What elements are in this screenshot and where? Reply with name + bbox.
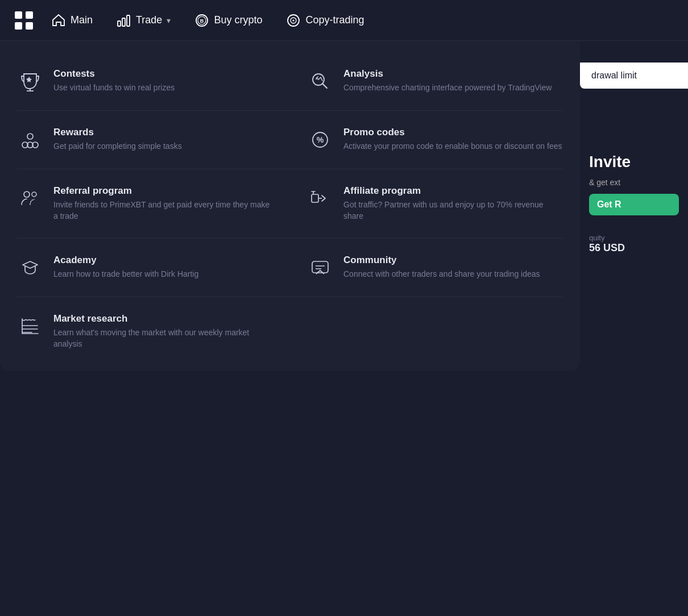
affiliate-text: Affiliate program Got traffic? Partner w…: [343, 185, 563, 222]
analysis-title: Analysis: [343, 68, 563, 80]
promo-desc: Activate your promo code to enable bonus…: [343, 140, 563, 152]
dropdown-grid: Contests Use virtual funds to win real p…: [0, 58, 580, 360]
referral-title: Referral program: [53, 185, 273, 197]
rewards-title: Rewards: [53, 127, 273, 138]
academy-icon: [17, 255, 43, 281]
divider-3: [17, 238, 563, 239]
dropdown-rewards[interactable]: Rewards Get paid for completing simple t…: [0, 116, 290, 163]
withdrawal-limit-text: drawal limit: [591, 70, 637, 80]
rewards-desc: Get paid for completing simple tasks: [53, 140, 273, 152]
svg-rect-5: [122, 18, 125, 26]
right-panel-dark: Invite & get ext Get R quity 56 USD: [580, 142, 688, 381]
trophy-icon: [17, 68, 43, 94]
nav-trade-label: Trade: [136, 14, 162, 26]
market-research-icon: [17, 313, 43, 339]
referral-text: Referral program Invite friends to Prime…: [53, 185, 273, 222]
svg-point-22: [24, 192, 30, 197]
trade-dropdown: Contests Use virtual funds to win real p…: [0, 41, 580, 371]
community-text: Community Connect with other traders and…: [343, 255, 563, 280]
equity-label: quity: [589, 234, 679, 242]
referral-desc: Invite friends to PrimeXBT and get paid …: [53, 199, 273, 222]
market-research-desc: Learn what's moving the market with our …: [53, 327, 273, 350]
svg-rect-6: [127, 15, 130, 26]
affiliate-title: Affiliate program: [343, 185, 563, 197]
invite-title: Invite: [589, 153, 679, 171]
dropdown-community[interactable]: Community Connect with other traders and…: [290, 244, 580, 291]
dropdown-analysis[interactable]: Analysis Comprehensive charting interfac…: [290, 58, 580, 105]
svg-point-19: [27, 134, 33, 139]
academy-desc: Learn how to trade better with Dirk Hart…: [53, 268, 273, 280]
contests-desc: Use virtual funds to win real prizes: [53, 82, 273, 93]
market-research-title: Market research: [53, 313, 273, 324]
promo-text: Promo codes Activate your promo code to …: [343, 127, 563, 152]
referral-icon: [17, 185, 43, 211]
nav-buy-crypto[interactable]: B Buy crypto: [185, 9, 271, 32]
divider-2: [17, 169, 563, 169]
contests-title: Contests: [53, 68, 273, 80]
community-icon: [307, 255, 333, 281]
analysis-icon: [307, 68, 333, 94]
dropdown-promo-codes[interactable]: % Promo codes Activate your promo code t…: [290, 116, 580, 163]
svg-text:%: %: [317, 135, 324, 144]
equity-value: 56 USD: [589, 242, 679, 254]
svg-rect-4: [118, 21, 121, 26]
promo-title: Promo codes: [343, 127, 563, 138]
divider-4: [17, 297, 563, 297]
rewards-text: Rewards Get paid for completing simple t…: [53, 127, 273, 152]
analysis-text: Analysis Comprehensive charting interfac…: [343, 68, 563, 93]
promo-icon: %: [307, 127, 333, 153]
dropdown-affiliate[interactable]: Affiliate program Got traffic? Partner w…: [290, 175, 580, 232]
svg-rect-24: [312, 194, 318, 202]
nav-buy-crypto-label: Buy crypto: [214, 14, 262, 26]
dropdown-market-research[interactable]: Market research Learn what's moving the …: [0, 303, 290, 360]
app-grid-logo[interactable]: [11, 8, 36, 33]
rewards-icon: [17, 127, 43, 153]
nav-main-label: Main: [71, 14, 93, 26]
invite-sub: & get ext: [589, 178, 679, 187]
svg-text:B: B: [200, 18, 204, 24]
market-research-text: Market research Learn what's moving the …: [53, 313, 273, 350]
svg-point-12: [293, 19, 295, 21]
dropdown-academy[interactable]: Academy Learn how to trade better with D…: [0, 244, 290, 291]
nav-main[interactable]: Main: [42, 9, 102, 32]
affiliate-desc: Got traffic? Partner with us and enjoy u…: [343, 199, 563, 222]
dropdown-contests[interactable]: Contests Use virtual funds to win real p…: [0, 58, 290, 105]
divider-1: [17, 110, 563, 111]
analysis-desc: Comprehensive charting interface powered…: [343, 82, 563, 93]
svg-point-23: [32, 192, 36, 197]
svg-rect-2: [15, 22, 22, 30]
top-navigation: Main Trade ▾ B Buy crypto Copy-trading: [0, 0, 688, 41]
nav-copy-trading-label: Copy-trading: [305, 14, 364, 26]
svg-rect-1: [26, 11, 33, 19]
withdrawal-limit-label: drawal limit: [580, 63, 688, 89]
nav-copy-trading[interactable]: Copy-trading: [277, 9, 373, 32]
nav-trade[interactable]: Trade ▾: [107, 9, 180, 32]
community-title: Community: [343, 255, 563, 266]
get-referral-button[interactable]: Get R: [589, 194, 679, 215]
academy-title: Academy: [53, 255, 273, 266]
affiliate-icon: [307, 185, 333, 211]
svg-rect-0: [15, 11, 22, 19]
academy-text: Academy Learn how to trade better with D…: [53, 255, 273, 280]
svg-rect-3: [26, 22, 33, 30]
community-desc: Connect with other traders and share you…: [343, 268, 563, 280]
trade-chevron-icon: ▾: [167, 16, 171, 25]
contests-text: Contests Use virtual funds to win real p…: [53, 68, 273, 93]
dropdown-referral[interactable]: Referral program Invite friends to Prime…: [0, 175, 290, 232]
